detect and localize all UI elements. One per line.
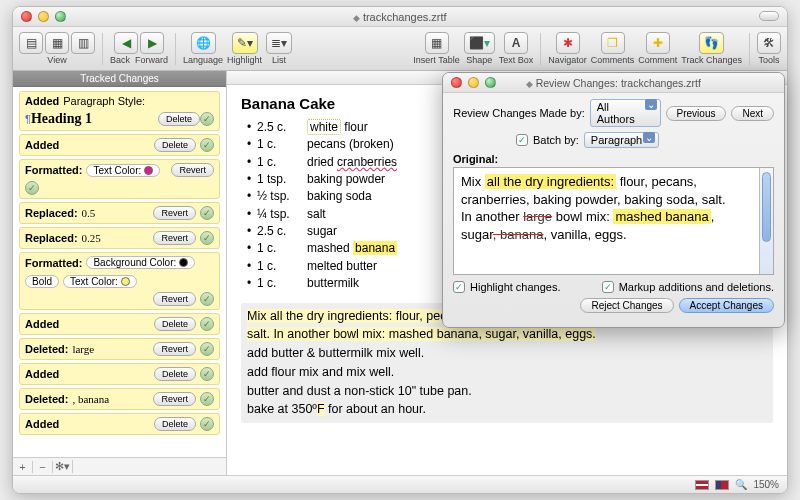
highlight-checkbox[interactable]: ✓: [453, 281, 465, 293]
sidebar-footer: + − ✻▾: [13, 457, 226, 475]
approve-icon[interactable]: ✓: [25, 181, 39, 195]
change-row[interactable]: AddedDelete✓: [19, 413, 220, 435]
back-button[interactable]: ◀: [114, 32, 138, 54]
action-button[interactable]: Delete: [154, 317, 196, 331]
status-bar: 🔍 150%: [13, 475, 787, 493]
original-label: Original:: [453, 153, 774, 165]
track-changes-button[interactable]: 👣: [699, 32, 724, 54]
change-row[interactable]: AddedDelete✓: [19, 363, 220, 385]
tools-button[interactable]: 🛠: [757, 32, 781, 54]
shape-button[interactable]: ⬛▾: [464, 32, 495, 54]
action-button[interactable]: Revert: [153, 206, 196, 220]
highlight-label: Highlight changes.: [470, 281, 561, 293]
change-row[interactable]: Formatted: Background Color: BoldText Co…: [19, 252, 220, 310]
approve-icon[interactable]: ✓: [200, 317, 214, 331]
zoom-indicator-icon[interactable]: 🔍: [735, 479, 747, 490]
insert-table-button[interactable]: ▦: [425, 32, 449, 54]
toolbar-toggle-icon[interactable]: [759, 11, 779, 21]
action-button[interactable]: Delete: [154, 367, 196, 381]
made-by-label: Review Changes Made by:: [453, 107, 585, 119]
action-button[interactable]: Delete: [154, 417, 196, 431]
batch-checkbox[interactable]: ✓: [516, 134, 528, 146]
next-button[interactable]: Next: [731, 106, 774, 121]
action-button[interactable]: Delete: [154, 138, 196, 152]
text-box-button[interactable]: A: [504, 32, 528, 54]
flag-icon[interactable]: [715, 480, 729, 490]
view-label: View: [47, 55, 66, 65]
action-button[interactable]: Revert: [153, 392, 196, 406]
panel-titlebar[interactable]: Review Changes: trackchanges.zrtf: [443, 73, 784, 93]
comments-button[interactable]: ❐: [601, 32, 625, 54]
sidebar-header: Tracked Changes: [13, 71, 226, 87]
remove-button[interactable]: −: [33, 461, 53, 473]
flag-icon[interactable]: [695, 480, 709, 490]
accept-button[interactable]: Accept Changes: [679, 298, 774, 313]
change-row[interactable]: AddedDelete✓: [19, 134, 220, 156]
view-mode-2-button[interactable]: ▦: [45, 32, 69, 54]
previous-button[interactable]: Previous: [666, 106, 727, 121]
forward-button[interactable]: ▶: [140, 32, 164, 54]
view-mode-3-button[interactable]: ▥: [71, 32, 95, 54]
zoom-level[interactable]: 150%: [753, 479, 779, 490]
markup-checkbox[interactable]: ✓: [602, 281, 614, 293]
change-row[interactable]: Formatted: Text Color: Revert✓: [19, 159, 220, 199]
track-changes-sidebar: Tracked Changes Added Paragraph Style:¶ …: [13, 71, 227, 475]
approve-icon[interactable]: ✓: [200, 292, 214, 306]
batch-select[interactable]: Paragraph: [584, 132, 659, 148]
gear-button[interactable]: ✻▾: [53, 460, 73, 473]
navigator-button[interactable]: ✱: [556, 32, 580, 54]
markup-label: Markup additions and deletions.: [619, 281, 774, 293]
change-row[interactable]: Replaced: 0.5Revert✓: [19, 202, 220, 224]
change-row[interactable]: Replaced: 0.25Revert✓: [19, 227, 220, 249]
batch-label: Batch by:: [533, 134, 579, 146]
view-mode-1-button[interactable]: ▤: [19, 32, 43, 54]
approve-icon[interactable]: ✓: [200, 392, 214, 406]
approve-icon[interactable]: ✓: [200, 138, 214, 152]
panel-title: Review Changes: trackchanges.zrtf: [443, 77, 784, 89]
language-button[interactable]: 🌐: [191, 32, 216, 54]
change-row[interactable]: Deleted: largeRevert✓: [19, 338, 220, 360]
scrollbar[interactable]: [759, 168, 773, 274]
window-title: trackchanges.zrtf: [13, 11, 787, 23]
reject-button[interactable]: Reject Changes: [580, 298, 673, 313]
review-changes-panel: Review Changes: trackchanges.zrtf Review…: [442, 72, 785, 328]
approve-icon[interactable]: ✓: [200, 112, 214, 126]
action-button[interactable]: Revert: [153, 292, 196, 306]
comment-button[interactable]: ✚: [646, 32, 670, 54]
add-button[interactable]: +: [13, 461, 33, 473]
approve-icon[interactable]: ✓: [200, 342, 214, 356]
toolbar: ▤ ▦ ▥ View ◀ ▶ Back Forward 🌐Language ✎▾…: [13, 27, 787, 71]
original-text-box[interactable]: Mix all the dry ingredients: flour, peca…: [453, 167, 774, 275]
main-titlebar: trackchanges.zrtf: [13, 7, 787, 27]
approve-icon[interactable]: ✓: [200, 417, 214, 431]
action-button[interactable]: Delete: [158, 112, 200, 126]
list-button[interactable]: ≣▾: [266, 32, 292, 54]
change-row[interactable]: AddedDelete✓: [19, 313, 220, 335]
approve-icon[interactable]: ✓: [200, 231, 214, 245]
change-row[interactable]: Added Paragraph Style:¶ Heading 1Delete✓: [19, 91, 220, 131]
action-button[interactable]: Revert: [153, 342, 196, 356]
approve-icon[interactable]: ✓: [200, 206, 214, 220]
authors-select[interactable]: All Authors: [590, 99, 661, 127]
action-button[interactable]: Revert: [153, 231, 196, 245]
highlight-button[interactable]: ✎▾: [232, 32, 258, 54]
action-button[interactable]: Revert: [171, 163, 214, 177]
change-row[interactable]: Deleted: , bananaRevert✓: [19, 388, 220, 410]
approve-icon[interactable]: ✓: [200, 367, 214, 381]
